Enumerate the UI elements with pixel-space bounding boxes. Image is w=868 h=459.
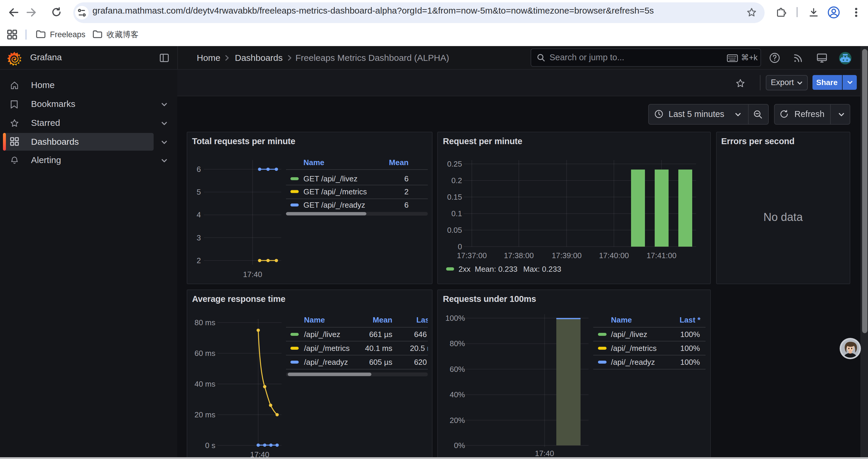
svg-text:40 ms: 40 ms (194, 379, 215, 388)
svg-text:GET /api/_/readyz: GET /api/_/readyz (303, 201, 365, 209)
svg-text:20%: 20% (450, 416, 465, 424)
svg-text:60 ms: 60 ms (194, 349, 215, 357)
svg-text:0.05: 0.05 (447, 226, 462, 234)
svg-text:Name: Name (303, 158, 324, 167)
svg-text:17:37:00: 17:37:00 (457, 251, 487, 260)
svg-text:20.5 ms: 20.5 ms (410, 343, 428, 352)
svg-text:17:39:00: 17:39:00 (552, 251, 582, 260)
svg-text:Last *: Last * (416, 315, 428, 324)
svg-text:20 ms: 20 ms (194, 410, 215, 419)
svg-text:620 µs: 620 µs (414, 357, 428, 366)
svg-text:Name: Name (611, 315, 632, 324)
svg-text:4: 4 (197, 210, 201, 219)
svg-text:17:40: 17:40 (535, 449, 554, 458)
svg-text:100%: 100% (680, 357, 700, 366)
svg-text:/api/_/livez: /api/_/livez (304, 330, 340, 338)
svg-text:Mean: 0.233: Mean: 0.233 (475, 265, 518, 273)
svg-text:Mean: Mean (389, 158, 409, 167)
svg-text:17:40:00: 17:40:00 (599, 251, 629, 260)
svg-text:5: 5 (197, 188, 201, 196)
svg-text:605 µs: 605 µs (369, 357, 392, 366)
svg-text:/api/_/readyz: /api/_/readyz (304, 357, 348, 366)
svg-text:2: 2 (404, 187, 409, 196)
svg-text:40.1 ms: 40.1 ms (365, 343, 393, 352)
svg-text:0: 0 (458, 242, 462, 251)
svg-text:2xx: 2xx (459, 265, 470, 273)
svg-text:/api/_/livez: /api/_/livez (611, 330, 647, 338)
svg-text:GET /api/_/livez: GET /api/_/livez (303, 174, 358, 183)
svg-text:0 s: 0 s (205, 441, 215, 450)
svg-text:0.2: 0.2 (452, 176, 462, 185)
svg-text:/api/_/metrics: /api/_/metrics (304, 343, 350, 352)
svg-text:80 ms: 80 ms (194, 318, 215, 327)
svg-text:/api/_/readyz: /api/_/readyz (611, 357, 655, 366)
svg-text:Max: 0.233: Max: 0.233 (523, 265, 561, 273)
svg-text:0%: 0% (454, 441, 465, 450)
svg-text:3: 3 (197, 233, 201, 242)
svg-text:6: 6 (404, 174, 409, 183)
svg-text:Mean: Mean (373, 315, 392, 324)
svg-text:100%: 100% (445, 314, 465, 322)
svg-text:80%: 80% (450, 339, 465, 348)
svg-text:Name: Name (304, 315, 325, 324)
svg-text:60%: 60% (450, 364, 465, 373)
svg-text:2: 2 (197, 256, 201, 265)
svg-text:17:40: 17:40 (243, 270, 262, 279)
svg-text:100%: 100% (680, 343, 700, 352)
svg-text:0.1: 0.1 (452, 209, 462, 218)
svg-text:100%: 100% (680, 330, 700, 338)
svg-text:661 µs: 661 µs (369, 330, 392, 338)
svg-text:/api/_/metrics: /api/_/metrics (611, 343, 657, 352)
svg-text:40%: 40% (450, 390, 465, 399)
svg-text:646 µs: 646 µs (414, 330, 428, 338)
svg-text:6: 6 (404, 201, 409, 209)
svg-text:0.15: 0.15 (447, 193, 462, 201)
svg-text:GET /api/_/metrics: GET /api/_/metrics (303, 187, 367, 196)
svg-text:17:41:00: 17:41:00 (646, 251, 676, 260)
svg-text:0.25: 0.25 (447, 160, 462, 168)
svg-text:17:38:00: 17:38:00 (504, 251, 533, 260)
svg-text:Last *: Last * (680, 315, 701, 324)
svg-text:6: 6 (197, 165, 201, 174)
